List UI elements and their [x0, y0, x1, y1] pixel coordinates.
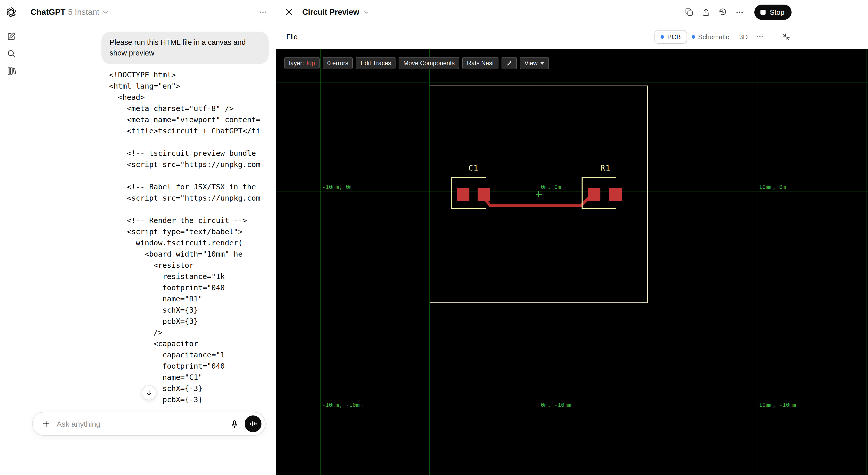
canvas-title: Circuit Preview — [302, 8, 359, 17]
errors-button[interactable]: 0 errors — [322, 57, 353, 69]
fullscreen-toggle-button[interactable] — [782, 32, 790, 41]
library-icon — [6, 66, 16, 76]
ellipsis-icon — [735, 8, 744, 17]
stop-icon — [761, 10, 766, 15]
composer — [32, 412, 266, 436]
chat-header: ChatGPT 5 Instant — [23, 0, 276, 25]
scroll-to-bottom-button[interactable] — [142, 385, 156, 400]
message-input[interactable] — [56, 419, 230, 429]
grid-line — [866, 49, 866, 475]
sidebar-rail — [0, 0, 23, 475]
grid-coordinate-label: -10mm, -10mm — [322, 402, 363, 408]
canvas-panel: Circuit Preview — [276, 0, 868, 475]
layer-value: top — [307, 60, 315, 67]
copy-icon — [684, 8, 694, 17]
code-block: <!DOCTYPE html> <html lang="en"> <head> … — [109, 69, 260, 405]
pcb-pad[interactable] — [588, 189, 600, 201]
view-switcher: PCB Schematic 3D — [654, 25, 790, 49]
dictate-button[interactable] — [230, 419, 239, 429]
component-refdes: R1 — [600, 163, 611, 173]
tab-pcb-label: PCB — [667, 33, 681, 40]
component-refdes: C1 — [468, 163, 478, 173]
voice-waveform-icon — [249, 419, 257, 428]
openai-logo-icon[interactable] — [4, 5, 18, 19]
chevron-down-icon — [102, 9, 109, 16]
arrow-down-icon — [145, 389, 153, 397]
chevron-down-icon — [363, 9, 370, 15]
dropdown-arrow-icon — [540, 62, 544, 64]
canvas-menu-button[interactable] — [735, 8, 744, 17]
pencil-icon — [506, 60, 512, 66]
grid-coordinate-label: 10mm, 0m — [759, 184, 786, 191]
pcb-pad[interactable] — [477, 189, 490, 201]
canvas-actions: Stop — [684, 0, 792, 25]
history-icon — [718, 8, 727, 17]
rats-nest-button[interactable]: Rats Nest — [462, 57, 498, 69]
canvas-menubar: File PCB Schematic 3D — [276, 25, 868, 49]
chat-panel: ChatGPT 5 Instant Please run this HTML f… — [23, 0, 276, 475]
tabs-overflow-button[interactable] — [756, 33, 764, 41]
stop-button[interactable]: Stop — [754, 5, 792, 20]
conversation-menu-button[interactable] — [258, 8, 268, 17]
close-canvas-button[interactable] — [284, 8, 293, 17]
attach-button[interactable] — [40, 419, 52, 429]
canvas-title-menu[interactable]: Circuit Preview — [302, 8, 370, 17]
file-menu[interactable]: File — [286, 33, 298, 40]
edit-traces-label: Edit Traces — [361, 60, 391, 67]
grid-line — [276, 409, 868, 409]
grid-coordinate-label: -10mm, 0m — [322, 184, 352, 191]
ellipsis-icon — [756, 33, 764, 41]
grid-line — [757, 49, 757, 475]
microphone-icon — [230, 419, 239, 429]
move-components-button[interactable]: Move Components — [399, 57, 459, 69]
ellipsis-icon — [258, 8, 268, 17]
tab-pcb[interactable]: PCB — [654, 30, 687, 43]
blue-dot-icon — [660, 35, 664, 38]
grid-coordinate-label: 0m, -10mm — [541, 402, 571, 408]
tab-3d-label: 3D — [739, 33, 748, 40]
compress-icon — [782, 32, 790, 41]
user-message-bubble: Please run this HTML file in a canvas an… — [101, 32, 269, 64]
rats-nest-label: Rats Nest — [467, 60, 494, 67]
model-name: 5 Instant — [68, 8, 99, 17]
pcb-canvas[interactable]: -10mm, 0m 0m, 0m 10mm, 0m -10mm, -10mm 0… — [276, 49, 868, 475]
tab-3d[interactable]: 3D — [739, 33, 748, 40]
stop-label: Stop — [770, 8, 784, 16]
upload-icon — [701, 8, 711, 17]
canvas-header: Circuit Preview — [276, 0, 868, 25]
layer-label: layer: — [289, 60, 304, 67]
app-title: ChatGPT — [31, 8, 65, 17]
copy-button[interactable] — [684, 8, 694, 17]
new-chat-icon — [6, 31, 16, 41]
grid-coordinate-label: 10mm, -10mm — [759, 402, 796, 408]
pcb-pad[interactable] — [609, 189, 622, 201]
search-button[interactable] — [3, 45, 19, 62]
grid-line — [648, 49, 648, 475]
share-button[interactable] — [701, 8, 711, 17]
close-icon — [284, 8, 293, 17]
app-root: ChatGPT 5 Instant Please run this HTML f… — [0, 0, 868, 475]
tab-schematic-label: Schematic — [698, 33, 729, 40]
grid-line — [320, 49, 320, 475]
blue-dot-icon — [691, 35, 695, 38]
view-label: View — [524, 60, 538, 67]
pcb-pad[interactable] — [457, 189, 469, 201]
grid-line — [276, 82, 868, 82]
move-components-label: Move Components — [403, 60, 455, 67]
errors-label: 0 errors — [327, 60, 348, 67]
model-switcher[interactable]: ChatGPT 5 Instant — [31, 8, 109, 17]
tab-schematic[interactable]: Schematic — [691, 33, 729, 40]
layer-selector-button[interactable]: layer: top — [284, 57, 319, 69]
edit-traces-button[interactable]: Edit Traces — [356, 57, 396, 69]
draw-trace-button[interactable] — [501, 57, 517, 69]
history-button[interactable] — [718, 8, 727, 17]
new-chat-button[interactable] — [3, 28, 19, 44]
library-button[interactable] — [3, 63, 19, 79]
plus-icon — [41, 419, 51, 429]
voice-mode-button[interactable] — [245, 415, 261, 432]
view-menu-button[interactable]: View — [520, 57, 549, 69]
search-icon — [6, 48, 16, 58]
pcb-toolbar: layer: top 0 errors Edit Traces Move Com… — [284, 57, 549, 69]
